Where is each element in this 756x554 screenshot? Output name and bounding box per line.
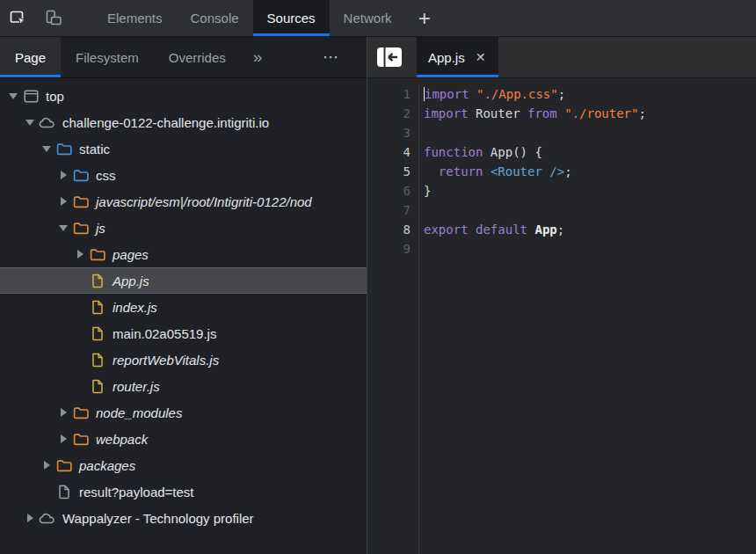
tree-item[interactable]: js bbox=[0, 215, 367, 241]
panel-tabs: ElementsConsoleSourcesNetwork bbox=[93, 0, 406, 36]
expand-arrow-right-icon[interactable] bbox=[40, 461, 53, 470]
line-number[interactable]: 3 bbox=[367, 123, 411, 142]
code-token: } bbox=[424, 184, 431, 198]
main-toolbar: ElementsConsoleSourcesNetwork + bbox=[0, 0, 756, 37]
add-panel-button[interactable]: + bbox=[406, 0, 443, 36]
code-token: App bbox=[534, 222, 556, 237]
nav-tab-filesystem[interactable]: Filesystem bbox=[61, 37, 154, 77]
code-token: "./router" bbox=[564, 106, 638, 120]
code-line[interactable]: export default App; bbox=[424, 220, 756, 239]
tree-item-label: router.js bbox=[113, 379, 160, 394]
tree-item-label: result?payload=test bbox=[79, 485, 194, 499]
code-line[interactable]: return <Router />; bbox=[424, 162, 756, 181]
editor-tab-appjs[interactable]: App.js ✕ bbox=[417, 37, 498, 77]
tree-item[interactable]: static bbox=[0, 135, 367, 162]
file-yellow-icon bbox=[88, 379, 107, 394]
code-token: ; bbox=[557, 222, 564, 237]
tree-item-label: challenge-0122-challenge.intigriti.io bbox=[62, 115, 269, 130]
code-line[interactable] bbox=[424, 123, 756, 142]
line-number[interactable]: 9 bbox=[367, 239, 411, 259]
code-token bbox=[469, 87, 476, 101]
code-line[interactable]: import Router from "./router"; bbox=[424, 104, 756, 123]
nav-tab-page[interactable]: Page bbox=[0, 37, 61, 77]
code-token: default bbox=[476, 222, 527, 237]
main-tab-console[interactable]: Console bbox=[177, 0, 253, 36]
tree-item[interactable]: Wappalyzer - Technology profiler bbox=[0, 505, 367, 531]
tree-item[interactable]: result?payload=test bbox=[0, 478, 367, 505]
tree-item[interactable]: node_modules bbox=[0, 399, 367, 426]
code-token: "./App.css" bbox=[476, 87, 558, 101]
inspect-icon[interactable] bbox=[7, 7, 30, 30]
code-token: ; bbox=[564, 164, 571, 179]
more-tabs-icon[interactable]: » bbox=[241, 37, 273, 77]
main-tab-network[interactable]: Network bbox=[330, 0, 406, 36]
navigator-toggle-icon[interactable] bbox=[376, 47, 403, 68]
code-line[interactable] bbox=[424, 200, 756, 220]
code-token: ; bbox=[638, 106, 645, 120]
expand-arrow-right-icon[interactable] bbox=[57, 171, 69, 179]
code-token: Router bbox=[469, 106, 527, 120]
tree-item[interactable]: css bbox=[0, 162, 367, 188]
more-options-icon[interactable]: ⋯ bbox=[312, 37, 351, 77]
tree-item-label: node_modules bbox=[96, 405, 182, 420]
tree-item-label: webpack bbox=[96, 432, 148, 447]
nav-tab-overrides[interactable]: Overrides bbox=[154, 37, 241, 77]
tree-item-label: pages bbox=[113, 247, 149, 262]
expand-arrow-right-icon[interactable] bbox=[24, 514, 36, 522]
device-toolbar-icon[interactable] bbox=[42, 7, 65, 30]
line-number[interactable]: 2 bbox=[367, 104, 411, 123]
tree-item-label: static bbox=[79, 142, 110, 157]
code-line[interactable]: function App() { bbox=[424, 142, 756, 162]
expand-arrow-right-icon[interactable] bbox=[57, 408, 69, 417]
expand-arrow-right-icon[interactable] bbox=[57, 197, 69, 206]
expand-arrow-down-icon[interactable] bbox=[57, 225, 69, 231]
expand-arrow-right-icon[interactable] bbox=[74, 250, 86, 259]
code-token: function bbox=[424, 145, 483, 159]
tree-item-label: javascript/esm|/root/Intigriti-0122/nod bbox=[96, 194, 312, 209]
folder-blue-icon bbox=[55, 142, 74, 156]
code-line[interactable]: } bbox=[424, 181, 756, 200]
line-number[interactable]: 7 bbox=[367, 200, 411, 220]
tree-item-label: index.js bbox=[113, 300, 157, 315]
tree-item-label: top bbox=[46, 89, 64, 104]
line-number[interactable]: 5 bbox=[367, 162, 411, 181]
cloud-icon bbox=[38, 116, 57, 128]
tree-item[interactable]: index.js bbox=[0, 294, 367, 320]
line-number[interactable]: 1 bbox=[367, 84, 411, 104]
code-content[interactable]: import "./App.css";import Router from ".… bbox=[419, 84, 756, 554]
tree-item[interactable]: reportWebVitals.js bbox=[0, 346, 367, 373]
tree-item[interactable]: main.02a05519.js bbox=[0, 320, 367, 346]
tree-item-label: main.02a05519.js bbox=[113, 326, 216, 341]
line-number[interactable]: 4 bbox=[367, 142, 411, 162]
code-editor[interactable]: 123456789 import "./App.css";import Rout… bbox=[367, 78, 756, 554]
frame-icon bbox=[21, 90, 40, 103]
tree-item[interactable]: webpack bbox=[0, 426, 367, 452]
expand-arrow-down-icon[interactable] bbox=[40, 146, 53, 152]
tree-item[interactable]: pages bbox=[0, 241, 367, 267]
file-yellow-icon bbox=[88, 353, 107, 368]
editor-pane: App.js ✕ 123456789 import "./App.css";im… bbox=[367, 37, 756, 554]
folder-orange-icon bbox=[71, 195, 91, 208]
line-number[interactable]: 8 bbox=[367, 220, 411, 239]
tree-item[interactable]: packages bbox=[0, 452, 367, 478]
expand-arrow-down-icon[interactable] bbox=[7, 93, 19, 99]
expand-arrow-right-icon[interactable] bbox=[57, 434, 69, 443]
code-line[interactable]: import "./App.css"; bbox=[424, 84, 756, 104]
main-tab-sources[interactable]: Sources bbox=[253, 0, 330, 36]
close-tab-icon[interactable]: ✕ bbox=[474, 50, 488, 64]
line-number[interactable]: 6 bbox=[367, 181, 411, 200]
tree-item[interactable]: router.js bbox=[0, 373, 367, 399]
main-tab-elements[interactable]: Elements bbox=[93, 0, 177, 36]
tree-item[interactable]: App.js bbox=[0, 267, 367, 294]
cloud-icon bbox=[38, 512, 57, 524]
file-yellow-icon bbox=[88, 300, 107, 315]
tree-item[interactable]: javascript/esm|/root/Intigriti-0122/nod bbox=[0, 188, 367, 215]
tree-item[interactable]: top bbox=[0, 83, 367, 109]
code-line[interactable] bbox=[424, 239, 756, 259]
code-token: return bbox=[439, 164, 483, 179]
code-token: import bbox=[425, 87, 469, 101]
editor-tab-label: App.js bbox=[428, 50, 465, 65]
file-gray-icon bbox=[55, 485, 74, 499]
expand-arrow-down-icon[interactable] bbox=[24, 120, 36, 126]
tree-item[interactable]: challenge-0122-challenge.intigriti.io bbox=[0, 109, 367, 135]
